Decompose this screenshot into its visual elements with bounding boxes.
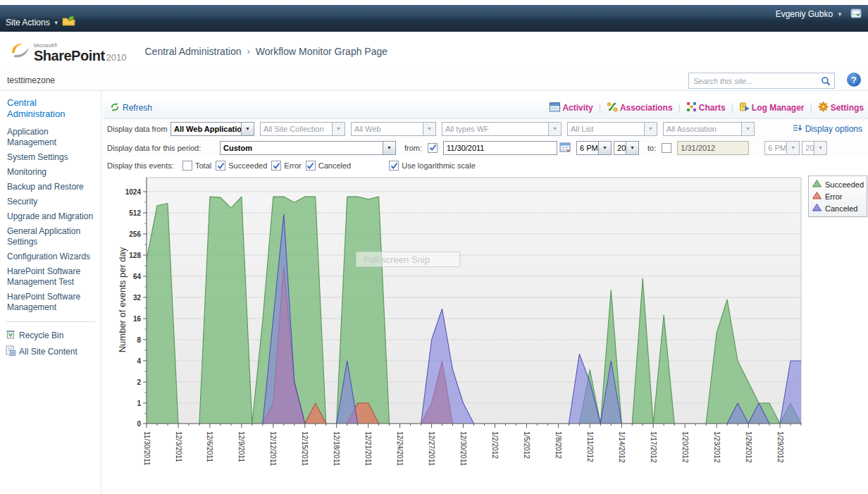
- error-checkbox-item[interactable]: Error: [271, 161, 301, 171]
- svg-text:11/30/2011: 11/30/2011: [143, 431, 151, 466]
- svg-text:1/5/2012: 1/5/2012: [523, 431, 531, 459]
- svg-text:1: 1: [137, 400, 141, 407]
- calendar-icon[interactable]: [559, 142, 571, 154]
- to-enabled-checkbox[interactable]: [662, 143, 671, 153]
- checkbox-label: Succeeded: [228, 161, 267, 170]
- help-icon[interactable]: ?: [847, 73, 861, 87]
- chevron-down-icon: ▼: [54, 20, 59, 26]
- toolbar-separator: |: [599, 103, 601, 113]
- sidebar-item-configuration-wizards[interactable]: Configuration Wizards: [0, 249, 101, 264]
- associations-button[interactable]: Associations: [607, 101, 673, 114]
- y-axis-title: Number of events per day: [117, 230, 128, 371]
- succeeded-checkbox[interactable]: [216, 161, 225, 171]
- from-enabled-checkbox[interactable]: [428, 143, 438, 153]
- recycle-bin-icon: [6, 329, 16, 341]
- chart-legend: SucceededErrorCanceled: [808, 175, 867, 217]
- all-web-application-dropdown[interactable]: All Web Application▼: [170, 122, 254, 136]
- log-manager-button[interactable]: Log Manager: [739, 101, 805, 114]
- legend-label: Error: [825, 192, 842, 201]
- chevron-down-icon: ▼: [786, 142, 799, 154]
- filter-row-period: Display data for this period: Custom ▼ f…: [103, 138, 868, 158]
- sidebar-item-monitoring[interactable]: Monitoring: [0, 165, 101, 180]
- sidebar-item-upgrade-and-migration[interactable]: Upgrade and Migration: [0, 209, 101, 224]
- chevron-down-icon: ▼: [814, 142, 826, 154]
- display-options-button[interactable]: Display options: [792, 123, 862, 135]
- site-title-band: testtimezone ?: [0, 70, 868, 91]
- succeeded-checkbox-item[interactable]: Succeeded: [216, 161, 267, 171]
- dropdown-value: All List: [568, 125, 644, 133]
- sidebar-item-system-settings[interactable]: System Settings: [0, 150, 101, 165]
- browse-folder-icon[interactable]: [62, 16, 75, 29]
- error-checkbox[interactable]: [271, 161, 281, 171]
- from-hour-value: 6 PM: [577, 144, 598, 152]
- log-scale-checkbox-item[interactable]: Use logarithmic scale: [389, 161, 476, 171]
- all-site-collection-dropdown: All Site Collection▼: [260, 122, 345, 136]
- svg-text:256: 256: [129, 230, 141, 238]
- svg-text:12/21/2011: 12/21/2011: [364, 431, 372, 467]
- sidebar-nav: Central AdministrationApplication Manage…: [0, 91, 101, 494]
- toolbar-separator: |: [731, 103, 733, 113]
- display-data-from-label: Display data from: [107, 125, 166, 133]
- period-value: Custom: [221, 144, 383, 152]
- period-label: Display data for this period:: [107, 144, 220, 152]
- svg-text:12/9/2011: 12/9/2011: [237, 431, 245, 462]
- legend-item-error: Error: [812, 190, 864, 202]
- canceled-checkbox[interactable]: [306, 161, 316, 171]
- svg-text:64: 64: [133, 273, 142, 280]
- all-association-dropdown: All Association▼: [663, 122, 755, 136]
- charts-button[interactable]: Charts: [686, 101, 726, 114]
- svg-text:2: 2: [137, 378, 141, 386]
- svg-text:1/8/2012: 1/8/2012: [554, 431, 562, 459]
- settings-icon: [818, 101, 829, 114]
- toolbar-separator: |: [678, 103, 681, 113]
- user-menu[interactable]: Evgeniy Gubko ▼: [776, 9, 843, 19]
- period-dropdown[interactable]: Custom ▼: [220, 141, 396, 155]
- breadcrumb-root[interactable]: Central Administration: [145, 46, 242, 57]
- svg-text:1/2/2012: 1/2/2012: [491, 431, 499, 459]
- refresh-button[interactable]: Refresh: [110, 102, 152, 114]
- from-hour-dropdown[interactable]: 6 PM ▼: [576, 141, 612, 155]
- user-status-icon[interactable]: [850, 8, 862, 22]
- to-hour-value: 6 PM: [765, 144, 786, 152]
- search-box: [688, 73, 835, 89]
- total-checkbox[interactable]: [182, 161, 192, 171]
- search-input[interactable]: [689, 77, 817, 85]
- breadcrumb-separator-icon: ›: [247, 46, 249, 56]
- svg-text:12/3/2011: 12/3/2011: [175, 431, 182, 462]
- sidebar-item-recycle-bin[interactable]: Recycle Bin: [0, 327, 101, 343]
- search-icon[interactable]: [817, 76, 834, 86]
- legend-label: Succeeded: [825, 180, 864, 189]
- legend-triangle-icon: [812, 179, 822, 190]
- svg-text:12/30/2011: 12/30/2011: [459, 431, 467, 467]
- chevron-down-icon: ▼: [626, 142, 638, 154]
- sidebar-item-central-administration[interactable]: Central Administration: [0, 95, 101, 122]
- sidebar-item-harepoint-software-management[interactable]: HarePoint Software Management: [0, 290, 101, 315]
- site-actions-menu[interactable]: Site Actions ▼: [6, 18, 59, 27]
- site-actions-label: Site Actions: [6, 18, 50, 27]
- log-scale-checkbox[interactable]: [389, 161, 399, 171]
- svg-text:32: 32: [133, 294, 142, 302]
- sidebar-item-application-management[interactable]: Application Management: [0, 125, 101, 150]
- events-label: Display this events:: [107, 161, 174, 170]
- sidebar-item-harepoint-software-management-test[interactable]: HarePoint Software Management Test: [0, 264, 101, 290]
- toolbar-link-label: Charts: [699, 103, 726, 113]
- sidebar-item-security[interactable]: Security: [0, 194, 101, 209]
- sidebar-item-all-site-content[interactable]: All Site Content: [0, 343, 101, 360]
- activity-button[interactable]: Activity: [550, 102, 593, 114]
- from-minute-dropdown[interactable]: 20 ▼: [614, 141, 639, 155]
- svg-text:1/23/2012: 1/23/2012: [713, 431, 721, 463]
- workflow-events-chart: 10245122561286432168421011/30/201112/3/2…: [102, 171, 868, 481]
- total-checkbox-item[interactable]: Total: [182, 161, 211, 171]
- log-manager-icon: [739, 101, 750, 114]
- sidebar-item-general-application-settings[interactable]: General Application Settings: [0, 224, 101, 249]
- canceled-checkbox-item[interactable]: Canceled: [306, 161, 351, 171]
- sidebar-item-backup-and-restore[interactable]: Backup and Restore: [0, 180, 101, 194]
- svg-text:1/20/2012: 1/20/2012: [681, 431, 689, 463]
- toolbar-links: Activity|Associations|Charts|Log Manager…: [550, 101, 868, 114]
- legend-item-canceled: Canceled: [812, 202, 864, 214]
- to-label: to:: [647, 144, 656, 152]
- svg-text:12/6/2011: 12/6/2011: [206, 431, 213, 462]
- from-date-field[interactable]: [443, 141, 557, 155]
- settings-button[interactable]: Settings: [818, 101, 864, 114]
- svg-text:1024: 1024: [125, 188, 142, 196]
